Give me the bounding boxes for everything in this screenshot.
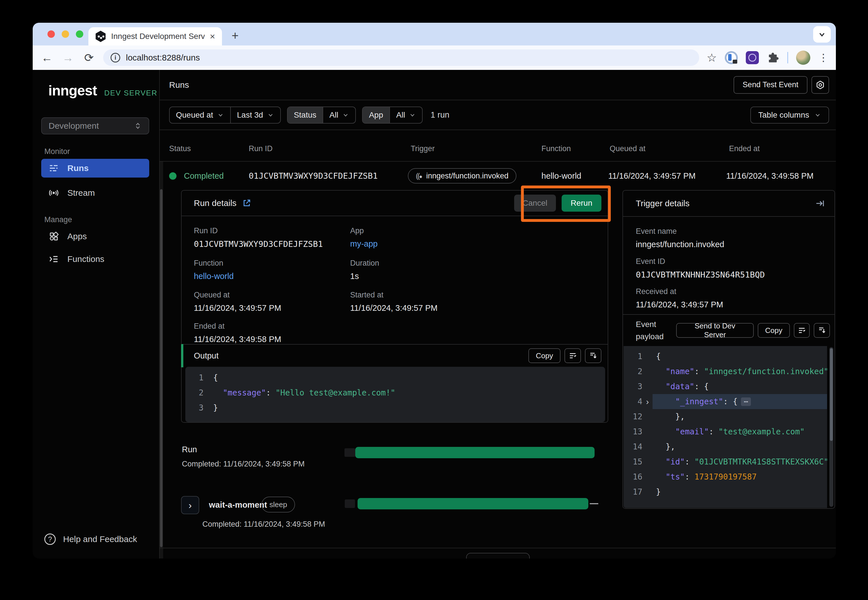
forward-button[interactable]: →	[61, 52, 75, 64]
browser-menu-icon[interactable]: ⋮	[818, 52, 829, 64]
app-filter-select[interactable]: All	[389, 107, 422, 123]
collapsed-content-icon[interactable]: ⋯	[741, 397, 751, 406]
expand-collapsed-icon[interactable]: ›	[642, 397, 653, 406]
bookmark-star-icon[interactable]: ☆	[707, 51, 717, 64]
code-token: }	[656, 487, 661, 497]
collapse-panel-icon[interactable]	[815, 198, 825, 208]
settings-button[interactable]	[812, 76, 829, 94]
code-text: "id": "01JCVBTMTKR41S8STTKEXSKX6C",	[653, 454, 827, 469]
close-window-button[interactable]	[47, 30, 55, 38]
sidebar-item-label: Runs	[67, 164, 89, 173]
payload-wrap-lines-button[interactable]	[794, 323, 810, 338]
cutoff-button[interactable]	[466, 553, 530, 559]
environment-select[interactable]: Development	[41, 117, 149, 134]
code-token: :	[709, 427, 718, 436]
status-filter-select[interactable]: All	[323, 107, 355, 123]
code-token: :	[685, 457, 694, 467]
time-range-filter[interactable]: Last 3d	[230, 107, 280, 123]
payload-copy-button[interactable]: Copy	[758, 323, 790, 338]
code-token: "data"	[666, 382, 694, 391]
payload-scroll-bottom-button[interactable]	[814, 323, 830, 338]
environment-value: Development	[49, 121, 134, 131]
code-line: 2"message": "Hello test@example.com!"	[185, 385, 605, 400]
code-text: },	[653, 409, 827, 424]
payload-scrollbar[interactable]	[829, 347, 833, 507]
duration-label: Duration	[350, 259, 379, 268]
ended-at-value: 11/16/2024, 3:49:58 PM	[194, 335, 281, 344]
tab-search-chevron-button[interactable]	[813, 26, 831, 42]
status-label-text: Status	[294, 111, 316, 120]
table-columns-button[interactable]: Table columns	[750, 106, 829, 124]
line-number: 13	[624, 427, 642, 436]
app-link[interactable]: my-app	[350, 239, 378, 248]
event-id-value: 01JCVBTMTKNHNHZ3SN64R51BQD	[636, 270, 765, 280]
scrollbar-thumb[interactable]	[160, 189, 162, 547]
status-filter-label: Status	[288, 107, 323, 123]
external-link-icon[interactable]	[242, 198, 251, 208]
logo-row: inngest DEV SERVER	[48, 82, 158, 99]
col-trigger: Trigger	[411, 144, 435, 153]
minimize-window-button[interactable]	[62, 30, 69, 38]
profile-avatar[interactable]	[796, 51, 810, 65]
cancel-button[interactable]: Cancel	[514, 195, 556, 212]
inngest-logo: inngest	[48, 82, 97, 99]
output-code-block[interactable]: 1{2"message": "Hello test@example.com!"3…	[185, 367, 605, 422]
sidebar-item-runs[interactable]: Runs	[41, 159, 149, 177]
browser-tab[interactable]: Inngest Development Server ×	[88, 27, 222, 45]
sidebar-item-functions[interactable]: Functions	[41, 250, 149, 268]
sidebar-item-label: Apps	[67, 232, 86, 241]
code-text: {	[210, 370, 605, 385]
password-manager-extension-icon[interactable]	[725, 51, 738, 64]
stream-icon	[49, 188, 59, 198]
payload-scrollbar-thumb[interactable]	[830, 348, 833, 441]
new-tab-button[interactable]: +	[232, 29, 239, 42]
address-bar[interactable]: i localhost:8288/runs	[103, 49, 699, 66]
page-title: Runs	[169, 80, 189, 90]
event-payload-code-block[interactable]: 1{2"name": "inngest/function.invoked",3"…	[624, 346, 827, 508]
back-button[interactable]: ←	[40, 52, 54, 64]
extensions-puzzle-icon[interactable]	[767, 52, 779, 64]
time-filter-group: Queued at Last 3d	[169, 106, 281, 124]
runs-icon	[49, 163, 59, 173]
bottom-divider	[160, 548, 836, 548]
reload-button[interactable]: ⟳	[82, 51, 96, 64]
wrap-text-icon	[798, 326, 806, 335]
tab-close-icon[interactable]: ×	[210, 32, 215, 41]
content-scrollbar[interactable]	[160, 162, 163, 559]
queued-at-filter[interactable]: Queued at	[170, 107, 230, 123]
help-and-feedback[interactable]: ? Help and Feedback	[44, 533, 137, 545]
output-copy-button[interactable]: Copy	[528, 348, 560, 363]
code-token: "01JCVBTMTKR41S8STTKEXSKX6C"	[694, 457, 827, 467]
line-number: 14	[624, 442, 642, 452]
code-token: : {	[723, 397, 738, 406]
code-token: },	[675, 412, 685, 421]
filter-bar: Queued at Last 3d Status All	[160, 100, 836, 130]
output-wrap-lines-button[interactable]	[565, 348, 581, 363]
step-duration-bar[interactable]	[358, 498, 588, 509]
send-to-dev-server-button[interactable]: Send to Dev Server	[676, 323, 754, 338]
maximize-window-button[interactable]	[76, 30, 83, 38]
sidebar-item-apps[interactable]: Apps	[41, 227, 149, 246]
run-table-row[interactable]: Completed 01JCVBTMV3WXY9D3CFDEJFZSB1 ((●…	[160, 162, 836, 190]
output-scroll-bottom-button[interactable]	[585, 348, 601, 363]
queued-at-label: Queued at	[194, 291, 281, 299]
line-number: 16	[624, 472, 642, 482]
site-info-icon[interactable]: i	[111, 53, 120, 62]
sidebar-item-stream[interactable]: Stream	[41, 183, 149, 202]
function-link[interactable]: hello-world	[194, 271, 234, 281]
line-number: 2	[624, 367, 642, 376]
step-expand-button[interactable]: ›	[181, 496, 199, 514]
col-queued: Queued at	[610, 144, 645, 153]
code-token: "id"	[666, 457, 685, 467]
purple-extension-icon[interactable]	[746, 51, 759, 64]
code-token: {	[656, 352, 661, 361]
trigger-pill[interactable]: ((● inngest/function.invoked	[408, 168, 516, 183]
sidebar-item-label: Functions	[67, 254, 104, 264]
code-line: 14},	[624, 439, 827, 454]
run-completed-text: Completed: 11/16/2024, 3:49:58 PM	[182, 460, 305, 468]
send-test-event-button[interactable]: Send Test Event	[734, 76, 807, 94]
run-count: 1 run	[431, 110, 449, 120]
run-duration-bar[interactable]	[355, 447, 595, 458]
rerun-button[interactable]: Rerun	[561, 195, 601, 212]
field-app: App my-app	[350, 226, 378, 248]
